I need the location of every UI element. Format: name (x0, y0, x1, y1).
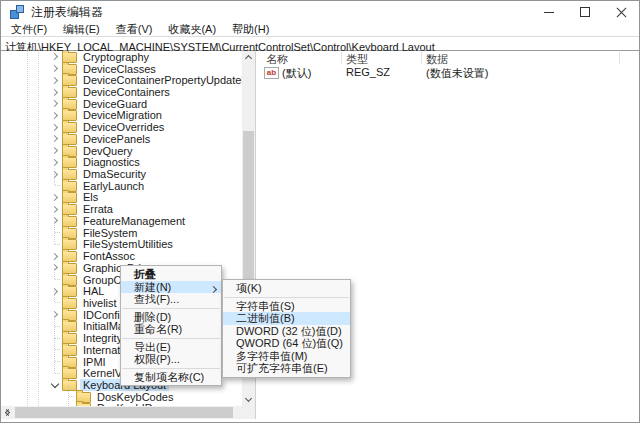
menu-edit[interactable]: 编辑(E) (55, 22, 108, 37)
chevron-right-icon[interactable] (49, 157, 61, 168)
tree-item-label: DeviceOverrides (80, 121, 167, 133)
tree-connector[interactable] (49, 297, 61, 308)
menu-favorites[interactable]: 收藏夹(A) (160, 22, 224, 37)
chevron-right-icon[interactable] (49, 63, 61, 74)
menu-item[interactable]: 导出(E) (121, 341, 221, 354)
tree-item[interactable]: Diagnostics (1, 156, 242, 168)
menu-file[interactable]: 文件(F) (3, 22, 55, 37)
tree-item[interactable]: DevicePanels (1, 133, 242, 145)
tree-item[interactable]: DeviceGuard (1, 98, 242, 110)
tree-item[interactable]: DeviceContainerPropertyUpdateEvents (1, 74, 242, 86)
tree-item[interactable]: FeatureManagement (1, 215, 242, 227)
chevron-right-icon[interactable] (49, 51, 61, 62)
column-header-type[interactable]: 类型 (346, 52, 368, 67)
scroll-down-button[interactable] (242, 393, 255, 406)
tree-item-label: hivelist (80, 297, 120, 309)
value-row-default[interactable]: ab (默认) REG_SZ (数值未设置) (258, 66, 639, 79)
maximize-button[interactable] (567, 1, 603, 23)
chevron-right-icon[interactable] (49, 133, 61, 144)
chevron-right-icon[interactable] (49, 309, 61, 320)
chevron-right-icon[interactable] (49, 145, 61, 156)
chevron-right-icon[interactable] (49, 87, 61, 98)
chevron-right-icon[interactable] (49, 98, 61, 109)
menu-item[interactable]: 查找(F)... (121, 293, 221, 306)
menu-separator (122, 308, 220, 309)
chevron-right-icon[interactable] (49, 215, 61, 226)
tree-connector[interactable] (49, 368, 61, 379)
value-type: REG_SZ (346, 66, 390, 78)
tree-item[interactable]: DevQuery (1, 145, 242, 157)
tree-item[interactable]: DeviceClasses (1, 63, 242, 75)
chevron-right-icon[interactable] (49, 251, 61, 262)
tree-item[interactable]: DeviceOverrides (1, 121, 242, 133)
menu-item[interactable]: 重命名(R) (121, 323, 221, 336)
menu-bar: 文件(F) 编辑(E) 查看(V) 收藏夹(A) 帮助(H) (1, 23, 639, 36)
tree-item-label: FileSystem (80, 227, 140, 239)
tree-connector[interactable] (49, 333, 61, 344)
column-separator[interactable] (421, 52, 422, 64)
menu-view[interactable]: 查看(V) (108, 22, 161, 37)
close-button[interactable] (603, 1, 639, 23)
column-separator[interactable] (619, 52, 620, 64)
menu-item[interactable]: 删除(D) (121, 311, 221, 324)
menu-item-label: 删除(D) (134, 311, 171, 323)
chevron-right-icon[interactable] (49, 75, 61, 86)
menu-item[interactable]: 权限(P)... (121, 353, 221, 366)
chevron-right-icon[interactable] (49, 169, 61, 180)
menu-item-label: 多字符串值(M) (236, 350, 308, 362)
tree-connector[interactable] (49, 180, 61, 191)
tree-item[interactable]: DosKeybCodes (1, 391, 242, 403)
tree-connector[interactable] (49, 239, 61, 250)
scroll-up-button[interactable] (242, 51, 255, 64)
chevron-right-icon[interactable] (49, 192, 61, 203)
menu-item-label: 二进制值(B) (236, 312, 295, 324)
scroll-right-button[interactable] (1, 406, 14, 419)
value-data: (数值未设置) (426, 66, 488, 81)
tree-connector[interactable] (49, 321, 61, 332)
horizontal-scroll-thumb[interactable] (15, 407, 233, 418)
column-header-name[interactable]: 名称 (266, 52, 288, 67)
menu-item[interactable]: 二进制值(B) (223, 312, 350, 325)
tree-item[interactable]: FileSystemUtilities (1, 239, 242, 251)
title-bar[interactable]: 注册表编辑器 (1, 1, 639, 23)
menu-item[interactable]: 多字符串值(M) (223, 350, 350, 363)
list-header: 名称 类型 数据 (258, 51, 639, 65)
tree-connector[interactable] (49, 344, 61, 355)
tree-connector[interactable] (49, 227, 61, 238)
tree-item[interactable]: DeviceMigration (1, 110, 242, 122)
menu-item[interactable]: DWORD (32 位)值(D) (223, 325, 350, 338)
menu-item[interactable]: 新建(N) (121, 281, 221, 294)
tree-connector[interactable] (63, 391, 75, 402)
tree-item[interactable]: FontAssoc (1, 250, 242, 262)
menu-item[interactable]: 可扩充字符串值(E) (223, 362, 350, 375)
tree-item-label: Cryptography (80, 51, 152, 63)
tree-item[interactable]: FileSystem (1, 227, 242, 239)
tree-item[interactable]: EarlyLaunch (1, 180, 242, 192)
tree-item[interactable]: Cryptography (1, 51, 242, 63)
menu-item-label: DWORD (32 位)值(D) (236, 325, 342, 337)
tree-item[interactable]: DeviceContainers (1, 86, 242, 98)
menu-separator (224, 297, 349, 298)
column-separator[interactable] (341, 52, 342, 64)
registry-editor-window: 注册表编辑器 文件(F) 编辑(E) 查看(V) 收藏夹(A) 帮助(H) C (0, 0, 640, 423)
menu-item[interactable]: QWORD (64 位)值(Q) (223, 337, 350, 350)
menu-item[interactable]: 复制项名称(C) (121, 371, 221, 384)
tree-item[interactable]: Els (1, 192, 242, 204)
tree-item[interactable]: Errata (1, 203, 242, 215)
chevron-right-icon[interactable] (49, 110, 61, 121)
column-header-data[interactable]: 数据 (426, 52, 448, 67)
tree-connector[interactable] (49, 356, 61, 367)
chevron-right-icon[interactable] (49, 262, 61, 273)
chevron-down-icon[interactable] (49, 379, 61, 390)
chevron-right-icon[interactable] (49, 286, 61, 297)
menu-item[interactable]: 字符串值(S) (223, 300, 350, 313)
tree-horizontal-scrollbar[interactable] (1, 406, 247, 419)
tree-item[interactable]: DmaSecurity (1, 168, 242, 180)
chevron-right-icon[interactable] (49, 204, 61, 215)
minimize-button[interactable] (531, 1, 567, 23)
menu-help[interactable]: 帮助(H) (224, 22, 277, 37)
chevron-right-icon[interactable] (49, 122, 61, 133)
menu-item[interactable]: 项(K) (223, 282, 350, 295)
tree-connector[interactable] (49, 274, 61, 285)
menu-item[interactable]: 折叠 (121, 268, 221, 281)
